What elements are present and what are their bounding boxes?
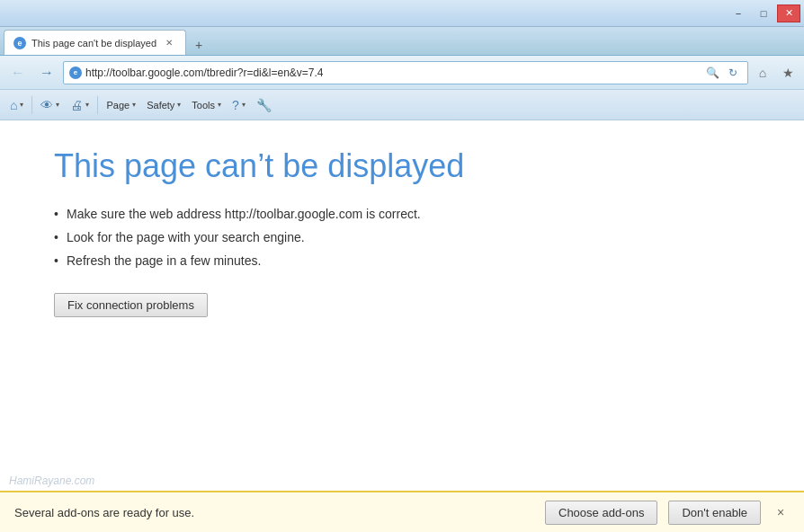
home-toolbar-icon: ⌂	[10, 98, 17, 112]
help-icon: ?	[232, 98, 239, 112]
watermark: HamiRayane.com	[9, 474, 94, 487]
safety-menu-button[interactable]: Safety ▾	[142, 93, 185, 117]
view-toolbar-button[interactable]: 👁 ▾	[36, 93, 64, 117]
help-button[interactable]: ? ▾	[228, 93, 250, 117]
address-ie-icon: e	[69, 66, 82, 79]
toolbar-separator-2	[97, 96, 98, 114]
view-dropdown-arrow: ▾	[56, 101, 59, 109]
view-icon: 👁	[40, 98, 53, 112]
home-icon[interactable]: ⌂	[752, 62, 773, 84]
tools-label: Tools	[192, 100, 215, 111]
new-tab-button[interactable]: +	[188, 35, 210, 55]
print-dropdown-arrow: ▾	[85, 101, 89, 109]
notification-close-button[interactable]: ×	[772, 503, 790, 521]
right-nav-icons: ⌂ ★	[752, 62, 799, 84]
favorites-icon[interactable]: ★	[777, 62, 799, 84]
print-icon: 🖨	[70, 98, 83, 112]
minimize-button[interactable]: −	[727, 4, 750, 22]
maximize-button[interactable]: □	[752, 4, 775, 22]
print-toolbar-button[interactable]: 🖨 ▾	[66, 93, 94, 117]
tab-close-button[interactable]: ✕	[162, 36, 176, 50]
error-bullets: Make sure the web address http://toolbar…	[54, 207, 750, 268]
address-refresh-icon[interactable]: ↻	[724, 64, 742, 82]
address-input-wrap: e 🔍 ↻	[63, 61, 748, 84]
tab-bar: e This page can't be displayed ✕ +	[0, 27, 804, 56]
notification-message: Several add-ons are ready for use.	[14, 506, 534, 519]
tab-favicon: e	[13, 37, 26, 49]
bullet-2: Look for the page with your search engin…	[54, 230, 750, 244]
title-bar: − □ ✕	[0, 0, 804, 27]
window-controls: − □ ✕	[727, 4, 800, 22]
toolbar: ⌂ ▾ 👁 ▾ 🖨 ▾ Page ▾ Safety ▾ Tools ▾ ? ▾ …	[0, 90, 804, 120]
back-button[interactable]: ←	[5, 60, 31, 85]
bullet-1: Make sure the web address http://toolbar…	[54, 207, 750, 221]
page-dropdown-arrow: ▾	[132, 101, 136, 109]
close-button[interactable]: ✕	[777, 4, 800, 22]
error-title: This page can’t be displayed	[54, 147, 750, 185]
notification-bar: Several add-ons are ready for use. Choos…	[0, 491, 804, 532]
address-bar: ← → e 🔍 ↻ ⌂ ★	[0, 56, 804, 90]
choose-addons-button[interactable]: Choose add-ons	[545, 501, 657, 525]
forward-button[interactable]: →	[34, 60, 59, 85]
tools-dropdown-arrow: ▾	[218, 101, 221, 109]
dont-enable-button[interactable]: Don't enable	[668, 501, 761, 525]
home-dropdown-arrow: ▾	[20, 101, 23, 109]
fix-connection-button[interactable]: Fix connection problems	[54, 293, 208, 317]
tools-menu-button[interactable]: Tools ▾	[187, 93, 226, 117]
safety-dropdown-arrow: ▾	[177, 101, 181, 109]
addon-icon: 🔧	[256, 98, 272, 112]
help-dropdown-arrow: ▾	[242, 101, 246, 109]
tab-title: This page can't be displayed	[31, 38, 156, 49]
page-label: Page	[106, 100, 130, 111]
address-search-icon[interactable]: 🔍	[704, 65, 720, 81]
browser-content: This page can’t be displayed Make sure t…	[0, 120, 804, 491]
toolbar-separator-1	[31, 96, 32, 114]
home-toolbar-button[interactable]: ⌂ ▾	[5, 93, 28, 117]
page-menu-button[interactable]: Page ▾	[102, 93, 140, 117]
bullet-3: Refresh the page in a few minutes.	[54, 253, 750, 268]
address-input[interactable]	[85, 66, 701, 79]
addon-button[interactable]: 🔧	[252, 93, 276, 117]
safety-label: Safety	[147, 100, 174, 111]
active-tab[interactable]: e This page can't be displayed ✕	[4, 30, 186, 55]
